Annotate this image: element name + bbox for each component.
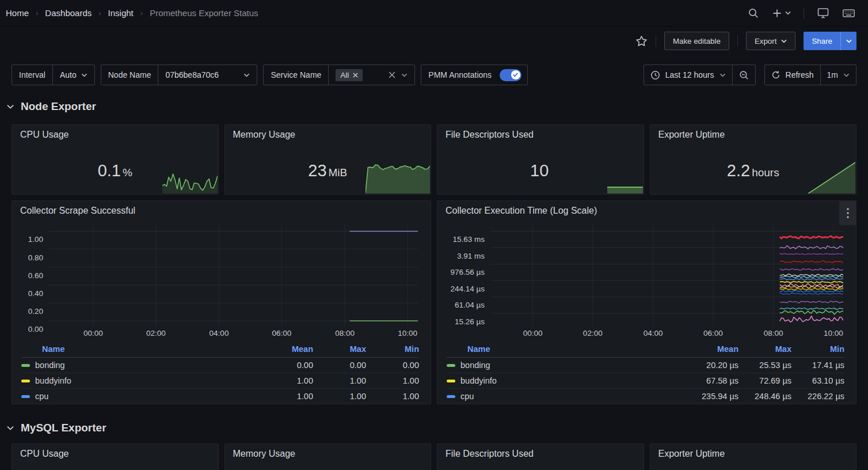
breadcrumb-separator: › [98, 9, 101, 17]
divider [737, 35, 738, 47]
panel-mysql-exporter-uptime: Exporter Uptime [650, 444, 857, 470]
chevron-down-icon [401, 73, 408, 77]
node-name-select[interactable]: 07b6be8a70c6 [158, 65, 257, 85]
interval-control: Interval Auto [12, 65, 95, 85]
series-swatch [21, 364, 30, 367]
section-mysql-exporter[interactable]: MySQL Exporter [0, 419, 868, 437]
series-swatch [447, 364, 455, 367]
chart-legend: NameMeanMaxMinbonding20.20 µs25.53 µs17.… [447, 343, 844, 404]
x-axis-labels: 00:0002:0004:0006:0008:0010:00 [490, 327, 843, 340]
panel-menu-kebab-icon[interactable] [839, 201, 856, 225]
breadcrumb-insight[interactable]: Insight [108, 8, 134, 18]
chart-plot[interactable] [490, 224, 843, 327]
breadcrumb-separator: › [140, 9, 143, 17]
service-name-label: Service Name [264, 65, 328, 85]
time-range-picker[interactable]: Last 12 hours [644, 65, 732, 85]
share-button[interactable]: Share [804, 32, 840, 50]
series-swatch [447, 380, 455, 382]
series-swatch [21, 395, 30, 398]
refresh-control: Refresh 1m [764, 65, 856, 85]
sparkline [607, 186, 643, 194]
service-name-control: Service Name All [263, 65, 415, 85]
x-axis-labels: 00:0002:0004:0006:0008:0010:00 [49, 327, 418, 340]
legend-row[interactable]: buddyinfo67.58 µs72.69 µs63.10 µs [447, 373, 844, 389]
breadcrumb-home[interactable]: Home [6, 8, 29, 18]
panel-title[interactable]: CPU Usage [12, 444, 218, 459]
panel-mysql-cpu-usage: CPU Usage [12, 444, 219, 470]
chevron-down-icon [785, 11, 791, 15]
make-editable-button[interactable]: Make editable [664, 32, 729, 50]
y-axis-tick-label: 0.40 [28, 289, 43, 297]
stat-value: 10 [437, 161, 644, 180]
sparkline [808, 161, 855, 194]
panel-title[interactable]: CPU Usage [12, 125, 218, 140]
pmm-annotations-toggle[interactable] [500, 69, 521, 81]
chart-plot[interactable] [49, 224, 418, 327]
search-icon[interactable] [748, 7, 759, 19]
panel-title[interactable]: File Descriptors Used [437, 444, 644, 459]
y-axis-tick-label: 0.80 [28, 253, 43, 261]
export-button[interactable]: Export [746, 32, 796, 50]
pmm-annotations-label: PMM Annotations [421, 65, 498, 85]
filter-bar: Interval Auto Node Name 07b6be8a70c6 Ser… [0, 65, 868, 85]
panel-title[interactable]: File Descriptors Used [437, 125, 644, 140]
y-axis-tick-label: 976.56 µs [450, 268, 485, 276]
check-icon [513, 73, 518, 77]
x-axis-tick-label: 00:00 [83, 329, 103, 338]
add-new-button[interactable] [772, 8, 791, 18]
panel-title[interactable]: Exporter Uptime [650, 125, 856, 140]
collapse-chevron-icon [7, 426, 14, 430]
refresh-button[interactable]: Refresh [765, 65, 820, 85]
service-name-select[interactable]: All [328, 65, 414, 85]
legend-row[interactable]: bonding20.20 µs25.53 µs17.41 µs [447, 358, 844, 373]
breadcrumb: Home › Dashboards › Insight › Prometheus… [6, 8, 258, 18]
refresh-interval-select[interactable]: 1m [820, 65, 856, 85]
series-swatch [447, 395, 455, 398]
panel-title[interactable]: Collector Scrape Successful [12, 201, 431, 216]
legend-row[interactable]: bonding0.000.000.00 [21, 358, 419, 373]
legend-row[interactable]: cpu1.001.001.00 [21, 389, 419, 404]
y-axis-tick-label: 3.91 ms [457, 251, 485, 260]
clock-icon [650, 70, 660, 80]
collapse-chevron-icon [7, 104, 14, 109]
y-axis-tick-label: 61.04 µs [455, 301, 485, 309]
interval-label: Interval [12, 65, 52, 85]
x-axis-tick-label: 10:00 [398, 329, 417, 338]
chevron-down-icon [843, 73, 850, 77]
time-range-control: Last 12 hours [644, 65, 756, 85]
tv-mode-icon[interactable] [817, 7, 829, 19]
zoom-out-time-button[interactable] [732, 65, 755, 85]
y-axis-labels: 1.000.800.600.400.200.00 [12, 232, 43, 335]
x-axis-tick-label: 10:00 [824, 329, 843, 338]
y-axis-tick-label: 0.00 [28, 325, 43, 333]
zoom-out-icon [739, 70, 749, 80]
x-axis-tick-label: 04:00 [644, 329, 663, 338]
sparkline [162, 165, 218, 194]
breadcrumb-dashboards[interactable]: Dashboards [45, 8, 92, 18]
y-axis-tick-label: 0.60 [28, 271, 43, 279]
panel-title[interactable]: Memory Usage [225, 444, 431, 459]
x-axis-tick-label: 06:00 [703, 329, 723, 338]
top-nav: Home › Dashboards › Insight › Prometheus… [0, 0, 868, 26]
panel-title[interactable]: Memory Usage [225, 125, 431, 140]
share-menu-caret[interactable] [840, 32, 856, 50]
star-favorite-icon[interactable] [635, 35, 648, 47]
service-name-chip-all[interactable]: All [336, 69, 363, 81]
node-name-control: Node Name 07b6be8a70c6 [101, 65, 258, 85]
chevron-down-icon [846, 39, 852, 43]
panel-collector-scrape-successful: Collector Scrape Successful 1.000.800.60… [12, 200, 431, 404]
keyboard-shortcuts-icon[interactable] [842, 7, 855, 19]
panel-title[interactable]: Exporter Uptime [650, 444, 856, 459]
panel-cpu-usage: CPU Usage 0.1% [12, 124, 219, 195]
divider [656, 35, 656, 47]
x-axis-tick-label: 02:00 [146, 329, 166, 338]
panel-title[interactable]: Collector Execution Time (Log Scale) [437, 201, 856, 216]
legend-row[interactable]: cpu235.94 µs248.46 µs226.22 µs [447, 389, 844, 404]
x-axis-tick-label: 06:00 [272, 329, 292, 338]
legend-row[interactable]: buddyinfo1.001.001.00 [21, 373, 419, 389]
breadcrumb-current-page: Prometheus Exporter Status [150, 8, 258, 18]
panel-file-descriptors-used: File Descriptors Used 10 [437, 124, 644, 195]
panel-collector-execution-time: Collector Execution Time (Log Scale) 15.… [437, 200, 856, 404]
interval-select[interactable]: Auto [52, 65, 94, 85]
section-node-exporter[interactable]: Node Exporter [0, 98, 868, 115]
